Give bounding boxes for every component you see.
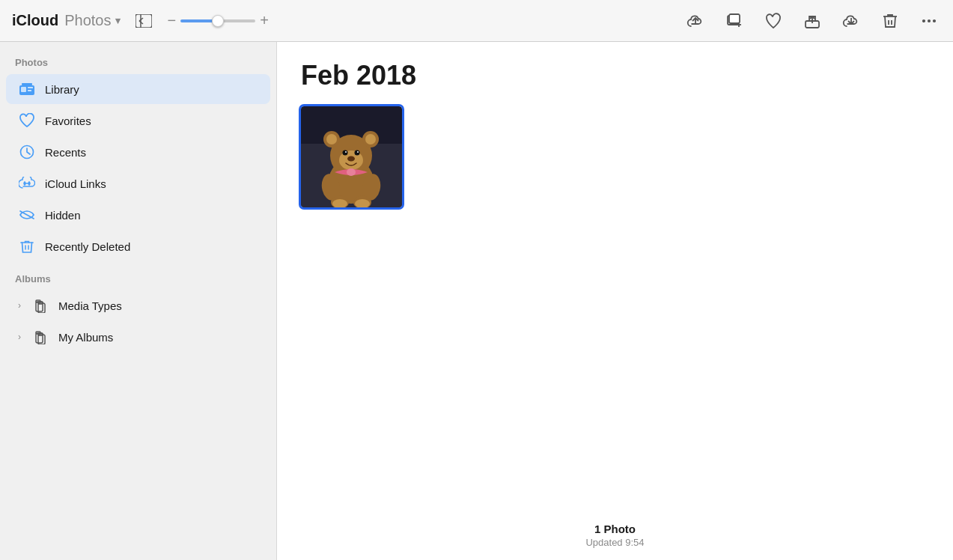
recently-deleted-icon — [18, 237, 36, 255]
heart-icon — [764, 12, 782, 30]
content-area: Feb 2018 — [277, 42, 953, 560]
albums-section: Albums › Media Types › — [0, 273, 276, 352]
sidebar-item-recently-deleted-label: Recently Deleted — [45, 240, 130, 253]
sidebar-item-recents[interactable]: Recents — [6, 137, 270, 167]
hidden-icon — [18, 206, 36, 224]
app-title-photos: Photos — [64, 12, 111, 29]
my-albums-folder-icon — [34, 328, 52, 346]
sidebar-item-media-types[interactable]: › Media Types — [6, 290, 270, 320]
svg-point-37 — [343, 150, 348, 156]
svg-point-10 — [923, 19, 925, 21]
photo-grid — [301, 106, 929, 207]
sidebar-item-recents-label: Recents — [45, 146, 86, 159]
sidebar-item-my-albums-label: My Albums — [58, 331, 113, 344]
app-title-icloud: iCloud — [12, 12, 58, 29]
favorite-button[interactable] — [761, 9, 785, 33]
svg-point-39 — [345, 151, 347, 153]
svg-point-36 — [365, 134, 376, 144]
download-cloud-icon — [842, 12, 860, 30]
download-cloud-button[interactable] — [839, 9, 863, 33]
teddy-bear-photo — [301, 106, 402, 207]
svg-rect-16 — [28, 87, 33, 88]
svg-point-11 — [928, 19, 930, 21]
svg-rect-15 — [21, 87, 26, 92]
upload-cloud-button[interactable] — [683, 9, 707, 33]
delete-button[interactable] — [878, 9, 902, 33]
toolbar-left: iCloud Photos ▾ − + — [12, 11, 683, 31]
sidebar-item-library-label: Library — [45, 83, 79, 96]
svg-rect-17 — [28, 90, 31, 91]
svg-point-35 — [326, 134, 337, 144]
svg-point-40 — [357, 151, 359, 153]
albums-section-label: Albums — [0, 273, 276, 290]
recents-icon — [18, 143, 36, 161]
sidebar-toggle-button[interactable] — [133, 11, 155, 31]
add-to-album-icon — [725, 12, 743, 30]
svg-point-38 — [355, 150, 360, 156]
zoom-slider[interactable] — [180, 19, 255, 22]
sidebar-item-hidden[interactable]: Hidden — [6, 200, 270, 230]
more-button[interactable] — [917, 9, 941, 33]
sidebar-item-favorites-label: Favorites — [45, 115, 91, 127]
svg-rect-0 — [136, 14, 152, 28]
svg-point-42 — [347, 168, 356, 176]
photo-updated: Updated 9:54 — [289, 537, 941, 548]
share-icon — [803, 12, 821, 30]
photo-item[interactable] — [301, 106, 402, 207]
svg-rect-5 — [729, 14, 740, 23]
app-title: iCloud Photos ▾ — [12, 12, 121, 29]
photo-count: 1 Photo — [289, 523, 941, 535]
content-inner: Feb 2018 — [277, 42, 953, 511]
content-footer: 1 Photo Updated 9:54 — [277, 511, 953, 560]
zoom-plus: + — [260, 12, 269, 29]
sidebar: Photos Library Favorites — [0, 42, 277, 560]
media-types-folder-icon — [34, 296, 52, 314]
toolbar-right — [683, 9, 941, 33]
add-to-album-button[interactable] — [722, 9, 746, 33]
sidebar-item-media-types-label: Media Types — [58, 299, 122, 312]
photos-section-label: Photos — [0, 57, 276, 74]
sidebar-item-icloud-links[interactable]: iCloud Links — [6, 168, 270, 198]
library-icon — [18, 80, 36, 98]
sidebar-item-recently-deleted[interactable]: Recently Deleted — [6, 231, 270, 261]
sidebar-item-hidden-label: Hidden — [45, 209, 81, 222]
upload-cloud-icon — [686, 12, 704, 30]
trash-icon — [881, 12, 899, 30]
sidebar-item-library[interactable]: Library — [6, 74, 270, 104]
sidebar-item-favorites[interactable]: Favorites — [6, 106, 270, 136]
sidebar-item-my-albums[interactable]: › My Albums — [6, 322, 270, 352]
sidebar-item-icloud-links-label: iCloud Links — [45, 177, 106, 190]
my-albums-chevron-icon: › — [18, 332, 28, 342]
sidebar-toggle-icon — [136, 14, 152, 28]
app-title-chevron: ▾ — [115, 15, 121, 26]
share-button[interactable] — [800, 9, 824, 33]
icloud-links-icon — [18, 174, 36, 192]
svg-point-12 — [934, 19, 935, 21]
svg-point-41 — [347, 156, 355, 162]
zoom-control: − + — [167, 12, 268, 29]
main-layout: Photos Library Favorites — [0, 42, 953, 560]
favorites-icon — [18, 112, 36, 130]
month-title: Feb 2018 — [301, 60, 929, 91]
zoom-minus: − — [167, 12, 176, 29]
toolbar: iCloud Photos ▾ − + — [0, 0, 953, 42]
svg-rect-14 — [22, 83, 32, 85]
media-types-chevron-icon: › — [18, 300, 28, 311]
more-icon — [920, 12, 938, 30]
